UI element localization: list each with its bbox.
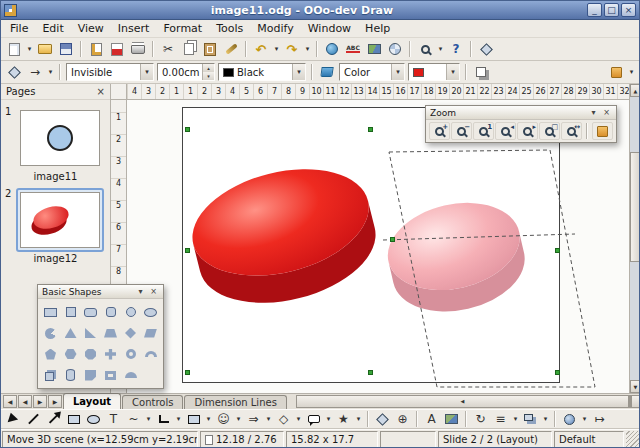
- menu-item[interactable]: Format: [156, 20, 209, 37]
- vertical-scrollbar[interactable]: ▲ ▼: [629, 84, 640, 393]
- zoom-palette[interactable]: Zoom ▾ × + − 1 ◂ ▸ □ ↔: [425, 105, 617, 143]
- scrollbar-thumb[interactable]: [630, 152, 640, 262]
- draw-functions-icon[interactable]: [476, 39, 496, 59]
- shape-ellipse-icon[interactable]: [141, 302, 160, 322]
- hyperlink-icon[interactable]: [322, 39, 342, 59]
- next-tab-icon[interactable]: ▶: [33, 395, 47, 408]
- chevron-down-icon[interactable]: ▾: [511, 409, 520, 429]
- line-arrow-tool-icon[interactable]: [44, 410, 63, 428]
- zoom-page-width-icon[interactable]: ↔: [561, 122, 582, 140]
- menu-item[interactable]: Help: [358, 20, 397, 37]
- chevron-down-icon[interactable]: ▾: [264, 409, 273, 429]
- area-style-icon[interactable]: [317, 62, 337, 82]
- status-slide[interactable]: Slide 2 / 2 (Layout): [438, 431, 552, 448]
- shape-trapezoid-icon[interactable]: [101, 323, 120, 343]
- cut-icon[interactable]: ✂: [158, 39, 178, 59]
- pink-disc-preview[interactable]: [379, 190, 533, 323]
- fill-color-select[interactable]: ▾: [408, 63, 460, 81]
- shape-rounded-rectangle-icon[interactable]: [81, 302, 100, 322]
- shape-block-arc-icon[interactable]: [141, 344, 160, 364]
- redo-icon[interactable]: ↷: [282, 39, 302, 59]
- shape-right-triangle-icon[interactable]: [81, 323, 100, 343]
- shape-folded-corner-icon[interactable]: [81, 365, 100, 385]
- previous-tab-icon[interactable]: ◀: [18, 395, 32, 408]
- zoom-icon[interactable]: [415, 39, 435, 59]
- spin-up-icon[interactable]: ▴: [202, 64, 214, 72]
- menu-item[interactable]: View: [71, 20, 111, 37]
- interaction-icon[interactable]: ↦: [590, 410, 609, 428]
- shape-frame-icon[interactable]: [101, 365, 120, 385]
- chevron-down-icon[interactable]: ▾: [354, 409, 363, 429]
- chevron-down-icon[interactable]: ▾: [294, 409, 303, 429]
- rotate-tool-icon[interactable]: ↻: [471, 410, 490, 428]
- selection-handle[interactable]: [555, 370, 560, 375]
- paste-icon[interactable]: [200, 39, 220, 59]
- shape-cross-icon[interactable]: [101, 344, 120, 364]
- open-icon[interactable]: [35, 39, 55, 59]
- chevron-down-icon[interactable]: ▾: [140, 64, 153, 80]
- extrusion-icon[interactable]: [606, 62, 626, 82]
- chevron-down-icon[interactable]: ▾: [234, 409, 243, 429]
- shape-diamond-icon[interactable]: [121, 323, 140, 343]
- copy-icon[interactable]: [179, 39, 199, 59]
- connector-tool-icon[interactable]: [154, 410, 173, 428]
- menu-item[interactable]: Edit: [35, 20, 70, 37]
- edit-file-icon[interactable]: [86, 39, 106, 59]
- shape-rounded-square-icon[interactable]: [101, 302, 120, 322]
- fontwork-icon[interactable]: A: [422, 410, 441, 428]
- menu-item[interactable]: Insert: [111, 20, 157, 37]
- selection-handle[interactable]: [185, 370, 190, 375]
- line-width-input[interactable]: 0.00cm ▴ ▾: [157, 63, 215, 81]
- glue-points-tool-icon[interactable]: ⊕: [393, 410, 412, 428]
- chevron-down-icon[interactable]: ▾: [436, 39, 445, 59]
- menu-item[interactable]: Window: [301, 20, 358, 37]
- basic-shapes-palette[interactable]: Basic Shapes ▾ ×: [37, 284, 164, 389]
- shape-cylinder-icon[interactable]: [61, 365, 80, 385]
- scroll-down-icon[interactable]: ▼: [630, 380, 640, 393]
- shape-ring-icon[interactable]: [121, 344, 140, 364]
- arrange-icon[interactable]: [521, 410, 540, 428]
- shape-pentagon-icon[interactable]: [41, 344, 60, 364]
- spellcheck-icon[interactable]: ABC: [343, 39, 363, 59]
- selection-handle[interactable]: [185, 248, 190, 253]
- line-style-select[interactable]: Invisible ▾: [66, 63, 154, 81]
- arrow-style-icon[interactable]: →: [25, 62, 45, 82]
- menu-item[interactable]: Modify: [250, 20, 300, 37]
- basic-shapes-tool-icon[interactable]: [184, 410, 203, 428]
- alignment-icon[interactable]: ≡: [491, 410, 510, 428]
- scrollbar-track[interactable]: [630, 97, 640, 380]
- help-icon[interactable]: ?: [446, 39, 466, 59]
- tab-dimension-lines[interactable]: Dimension Lines: [184, 395, 286, 409]
- shape-cube-icon[interactable]: [41, 365, 60, 385]
- selection-handle[interactable]: [185, 127, 190, 132]
- shape-parallelogram-icon[interactable]: [141, 323, 160, 343]
- horizontal-scrollbar[interactable]: ◀ ▶: [296, 394, 629, 408]
- chevron-down-icon[interactable]: ▾: [204, 409, 213, 429]
- gallery-icon[interactable]: [364, 39, 384, 59]
- chevron-down-icon[interactable]: ▾: [144, 409, 153, 429]
- selection-handle[interactable]: [368, 370, 373, 375]
- scroll-left-icon[interactable]: ◀: [296, 395, 629, 408]
- zoom-object-icon[interactable]: [592, 122, 613, 140]
- chevron-down-icon[interactable]: ▾: [292, 64, 305, 80]
- chevron-down-icon[interactable]: ▾: [174, 409, 183, 429]
- close-button[interactable]: ×: [621, 3, 636, 17]
- chevron-down-icon[interactable]: ▾: [446, 64, 459, 80]
- line-width-stepper[interactable]: ▴ ▾: [202, 64, 214, 80]
- insert-image-icon[interactable]: [442, 410, 461, 428]
- chevron-down-icon[interactable]: ▾: [580, 409, 589, 429]
- shape-rectangle-icon[interactable]: [41, 302, 60, 322]
- new-document-icon[interactable]: [4, 39, 24, 59]
- shape-circle-pie-icon[interactable]: [41, 323, 60, 343]
- chevron-down-icon[interactable]: ▾: [303, 39, 312, 59]
- page-thumbnail-2[interactable]: [16, 188, 104, 252]
- basic-shapes-titlebar[interactable]: Basic Shapes ▾ ×: [38, 285, 163, 299]
- zoom-100-icon[interactable]: 1: [473, 122, 494, 140]
- close-icon[interactable]: ×: [148, 287, 159, 296]
- zoom-in-icon[interactable]: +: [429, 122, 450, 140]
- first-tab-icon[interactable]: ◀: [3, 395, 17, 408]
- titlebar[interactable]: image11.odg - OOo-dev Draw _ □ ×: [1, 1, 639, 20]
- undo-icon[interactable]: ↶: [251, 39, 271, 59]
- export-pdf-icon[interactable]: [107, 39, 127, 59]
- zoom-page-icon[interactable]: □: [539, 122, 560, 140]
